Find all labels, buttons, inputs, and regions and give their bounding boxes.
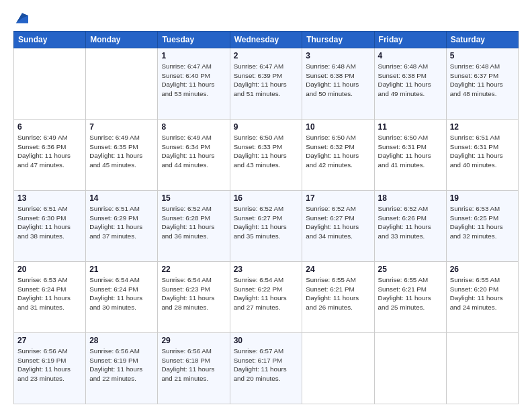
day-info: Sunrise: 6:48 AM Sunset: 6:38 PM Dayligh… [378,62,443,99]
day-number: 26 [450,265,515,274]
page: SundayMondayTuesdayWednesdayThursdayFrid… [0,0,532,411]
calendar-cell: 2Sunrise: 6:47 AM Sunset: 6:39 PM Daylig… [230,48,302,120]
day-info: Sunrise: 6:49 AM Sunset: 6:36 PM Dayligh… [17,133,82,170]
calendar-cell [14,48,86,120]
day-number: 19 [450,193,515,203]
day-number: 6 [17,122,82,132]
day-info: Sunrise: 6:52 AM Sunset: 6:27 PM Dayligh… [306,204,370,241]
calendar-cell: 9Sunrise: 6:50 AM Sunset: 6:33 PM Daylig… [230,120,302,191]
day-info: Sunrise: 6:50 AM Sunset: 6:31 PM Dayligh… [378,133,443,170]
day-number: 13 [17,193,82,203]
day-number: 18 [378,193,443,203]
day-number: 28 [89,336,154,345]
calendar-cell: 16Sunrise: 6:52 AM Sunset: 6:27 PM Dayli… [230,191,302,262]
day-number: 7 [89,122,154,132]
day-info: Sunrise: 6:56 AM Sunset: 6:19 PM Dayligh… [89,347,154,383]
calendar-cell: 4Sunrise: 6:48 AM Sunset: 6:38 PM Daylig… [374,48,446,120]
day-info: Sunrise: 6:51 AM Sunset: 6:29 PM Dayligh… [89,204,154,241]
calendar-cell [86,48,158,120]
day-number: 5 [450,51,515,60]
calendar-cell [446,333,518,404]
header-day-sunday: Sunday [14,32,86,48]
calendar-cell: 12Sunrise: 6:51 AM Sunset: 6:31 PM Dayli… [446,120,518,191]
calendar-cell: 29Sunrise: 6:56 AM Sunset: 6:18 PM Dayli… [158,333,230,404]
day-info: Sunrise: 6:55 AM Sunset: 6:21 PM Dayligh… [306,275,370,312]
day-number: 22 [161,265,226,274]
day-number: 9 [234,122,299,132]
day-number: 25 [378,265,443,274]
calendar-cell: 3Sunrise: 6:48 AM Sunset: 6:38 PM Daylig… [302,48,374,120]
calendar-cell: 21Sunrise: 6:54 AM Sunset: 6:24 PM Dayli… [86,262,158,333]
day-number: 15 [161,193,226,203]
day-info: Sunrise: 6:52 AM Sunset: 6:27 PM Dayligh… [234,204,299,241]
calendar-cell: 7Sunrise: 6:49 AM Sunset: 6:35 PM Daylig… [86,120,158,191]
header-day-wednesday: Wednesday [230,32,302,48]
day-number: 20 [17,265,82,274]
day-info: Sunrise: 6:56 AM Sunset: 6:19 PM Dayligh… [17,347,82,383]
calendar-cell [302,333,374,404]
day-info: Sunrise: 6:54 AM Sunset: 6:24 PM Dayligh… [89,275,154,312]
calendar-cell: 17Sunrise: 6:52 AM Sunset: 6:27 PM Dayli… [302,191,374,262]
calendar-cell: 6Sunrise: 6:49 AM Sunset: 6:36 PM Daylig… [14,120,86,191]
day-info: Sunrise: 6:52 AM Sunset: 6:26 PM Dayligh… [378,204,443,241]
day-info: Sunrise: 6:48 AM Sunset: 6:37 PM Dayligh… [450,62,515,99]
calendar-cell: 11Sunrise: 6:50 AM Sunset: 6:31 PM Dayli… [374,120,446,191]
calendar-cell: 18Sunrise: 6:52 AM Sunset: 6:26 PM Dayli… [374,191,446,262]
day-number: 4 [378,51,443,60]
calendar-header-row: SundayMondayTuesdayWednesdayThursdayFrid… [14,32,519,48]
day-info: Sunrise: 6:51 AM Sunset: 6:31 PM Dayligh… [450,133,515,170]
day-info: Sunrise: 6:52 AM Sunset: 6:28 PM Dayligh… [161,204,226,241]
calendar-cell: 19Sunrise: 6:53 AM Sunset: 6:25 PM Dayli… [446,191,518,262]
header-day-tuesday: Tuesday [158,32,230,48]
day-info: Sunrise: 6:51 AM Sunset: 6:30 PM Dayligh… [17,204,82,241]
day-info: Sunrise: 6:49 AM Sunset: 6:34 PM Dayligh… [161,133,226,170]
header-day-saturday: Saturday [446,32,518,48]
day-info: Sunrise: 6:54 AM Sunset: 6:23 PM Dayligh… [161,275,226,312]
day-number: 29 [161,336,226,345]
calendar-cell [374,333,446,404]
day-info: Sunrise: 6:50 AM Sunset: 6:32 PM Dayligh… [306,133,370,170]
logo [13,12,30,24]
day-number: 1 [161,51,226,60]
header [13,12,519,24]
day-info: Sunrise: 6:55 AM Sunset: 6:21 PM Dayligh… [378,275,443,312]
calendar-cell: 5Sunrise: 6:48 AM Sunset: 6:37 PM Daylig… [446,48,518,120]
day-info: Sunrise: 6:53 AM Sunset: 6:24 PM Dayligh… [17,275,82,312]
calendar-cell: 20Sunrise: 6:53 AM Sunset: 6:24 PM Dayli… [14,262,86,333]
day-info: Sunrise: 6:49 AM Sunset: 6:35 PM Dayligh… [89,133,154,170]
calendar-cell: 15Sunrise: 6:52 AM Sunset: 6:28 PM Dayli… [158,191,230,262]
calendar-cell: 8Sunrise: 6:49 AM Sunset: 6:34 PM Daylig… [158,120,230,191]
calendar-cell: 23Sunrise: 6:54 AM Sunset: 6:22 PM Dayli… [230,262,302,333]
day-number: 12 [450,122,515,132]
calendar: SundayMondayTuesdayWednesdayThursdayFrid… [13,31,519,404]
day-number: 3 [306,51,370,60]
calendar-week-3: 13Sunrise: 6:51 AM Sunset: 6:30 PM Dayli… [14,191,519,262]
day-number: 21 [89,265,154,274]
calendar-cell: 25Sunrise: 6:55 AM Sunset: 6:21 PM Dayli… [374,262,446,333]
day-info: Sunrise: 6:48 AM Sunset: 6:38 PM Dayligh… [306,62,370,99]
header-day-friday: Friday [374,32,446,48]
day-info: Sunrise: 6:47 AM Sunset: 6:40 PM Dayligh… [161,62,226,99]
calendar-cell: 30Sunrise: 6:57 AM Sunset: 6:17 PM Dayli… [230,333,302,404]
calendar-cell: 26Sunrise: 6:55 AM Sunset: 6:20 PM Dayli… [446,262,518,333]
day-number: 11 [378,122,443,132]
calendar-week-2: 6Sunrise: 6:49 AM Sunset: 6:36 PM Daylig… [14,120,519,191]
day-info: Sunrise: 6:53 AM Sunset: 6:25 PM Dayligh… [450,204,515,241]
calendar-week-5: 27Sunrise: 6:56 AM Sunset: 6:19 PM Dayli… [14,333,519,404]
calendar-cell: 27Sunrise: 6:56 AM Sunset: 6:19 PM Dayli… [14,333,86,404]
day-info: Sunrise: 6:50 AM Sunset: 6:33 PM Dayligh… [234,133,299,170]
logo-icon [16,12,28,24]
day-number: 8 [161,122,226,132]
day-number: 24 [306,265,370,274]
day-number: 16 [234,193,299,203]
calendar-cell: 14Sunrise: 6:51 AM Sunset: 6:29 PM Dayli… [86,191,158,262]
calendar-week-4: 20Sunrise: 6:53 AM Sunset: 6:24 PM Dayli… [14,262,519,333]
calendar-cell: 24Sunrise: 6:55 AM Sunset: 6:21 PM Dayli… [302,262,374,333]
day-number: 30 [234,336,299,345]
day-number: 23 [234,265,299,274]
day-info: Sunrise: 6:55 AM Sunset: 6:20 PM Dayligh… [450,275,515,312]
day-info: Sunrise: 6:54 AM Sunset: 6:22 PM Dayligh… [234,275,299,312]
day-info: Sunrise: 6:56 AM Sunset: 6:18 PM Dayligh… [161,347,226,383]
calendar-cell: 1Sunrise: 6:47 AM Sunset: 6:40 PM Daylig… [158,48,230,120]
header-day-thursday: Thursday [302,32,374,48]
